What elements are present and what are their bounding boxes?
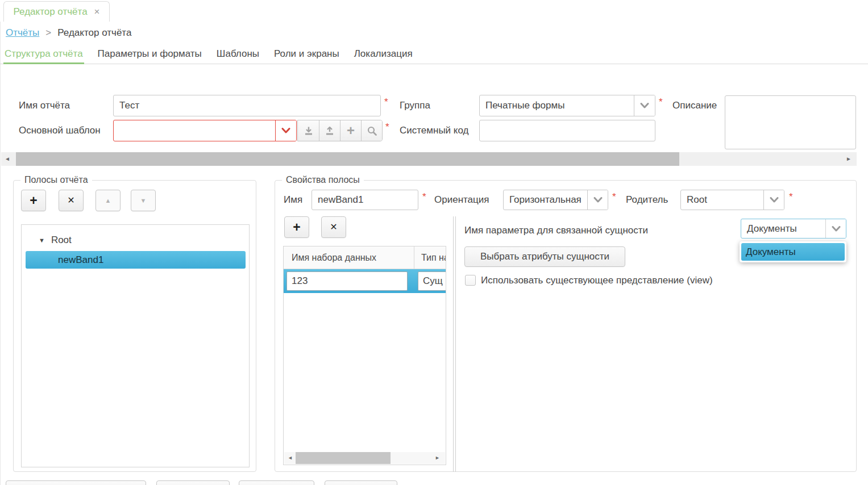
x-icon: ✕ [330, 223, 337, 232]
orientation-select[interactable]: Горизонтальная [503, 190, 608, 210]
tab-parameters-formats[interactable]: Параметры и форматы [98, 45, 202, 64]
column-header-dataset-name[interactable]: Имя набора данных [284, 246, 414, 269]
required-asterisk: * [385, 122, 389, 133]
split-panel-handle[interactable] [453, 216, 456, 472]
tab-localization[interactable]: Локализация [354, 45, 413, 64]
main-template-select-value [114, 120, 275, 141]
dataset-name-editor[interactable] [286, 271, 408, 291]
dataset-row-selected[interactable] [284, 269, 446, 293]
breadcrumb-current: Редактор отчёта [57, 27, 131, 39]
group-label: Группа [400, 100, 430, 111]
band-move-up-button[interactable]: ▲ [95, 190, 121, 211]
report-bands-panel: Полосы отчёта + ✕ ▲ ▼ ▼ Root newBand1 [13, 180, 256, 472]
description-textarea[interactable] [725, 95, 856, 149]
template-actions-group: + [297, 120, 383, 141]
use-existing-view-label[interactable]: Использовать существующее представление … [481, 275, 713, 286]
chevron-down-icon[interactable] [587, 190, 608, 210]
use-existing-view-checkbox[interactable] [465, 275, 476, 286]
window-tab-title: Редактор отчёта [13, 6, 87, 18]
description-label: Описание [672, 100, 717, 111]
template-create-button[interactable]: + [340, 120, 361, 141]
window-tab-report-editor[interactable]: Редактор отчёта × [3, 1, 110, 22]
linked-entity-param-label: Имя параметра для связанной сущности [464, 225, 648, 236]
bottom-action-button-1[interactable] [6, 480, 146, 485]
close-icon[interactable]: × [94, 7, 100, 16]
scrollbar-thumb[interactable] [16, 152, 679, 166]
plus-icon: + [347, 124, 355, 137]
parent-label: Родитель [626, 194, 668, 206]
required-asterisk: * [659, 97, 663, 108]
linked-entity-param-select[interactable]: Документы [741, 219, 846, 239]
chevron-down-icon[interactable] [275, 120, 296, 141]
bottom-action-button-3[interactable] [239, 480, 314, 485]
tab-templates[interactable]: Шаблоны [217, 45, 259, 64]
datasets-table-header: Имя набора данных Тип на [284, 246, 446, 269]
system-code-label: Системный код [400, 125, 468, 136]
column-header-dataset-type[interactable]: Тип на [414, 246, 446, 269]
band-name-label: Имя [284, 194, 302, 206]
tree-node-newband1[interactable]: newBand1 [26, 251, 246, 269]
required-asterisk: * [789, 191, 793, 203]
dataset-add-button[interactable]: + [284, 216, 309, 238]
scrollbar-thumb[interactable] [296, 452, 391, 464]
template-download-button[interactable] [298, 120, 319, 141]
tree-node-root[interactable]: ▼ Root [39, 235, 249, 246]
report-bands-legend: Полосы отчёта [20, 175, 92, 185]
main-template-label: Основной шаблон [19, 125, 101, 136]
band-properties-legend: Свойства полосы [282, 175, 364, 185]
system-code-field[interactable] [479, 120, 655, 141]
group-select-value: Печатные формы [480, 95, 634, 116]
chevron-down-icon[interactable] [634, 95, 655, 116]
scroll-left-icon[interactable]: ◄ [5, 156, 10, 162]
datasets-table-scrollbar[interactable]: ◄ ► [284, 452, 445, 464]
main-horizontal-scrollbar[interactable]: ◄ ► [1, 152, 857, 166]
search-icon [367, 126, 377, 136]
breadcrumb: Отчёты > Редактор отчёта [6, 27, 131, 39]
band-add-button[interactable]: + [21, 190, 46, 211]
scroll-right-icon[interactable]: ► [435, 455, 440, 461]
bands-tree: ▼ Root newBand1 [21, 224, 250, 467]
template-upload-button[interactable] [319, 120, 340, 141]
template-lookup-button[interactable] [361, 120, 382, 141]
tab-report-structure[interactable]: Структура отчёта [5, 45, 83, 64]
main-template-select[interactable] [113, 120, 297, 141]
parent-select-value: Root [681, 190, 763, 210]
band-remove-button[interactable]: ✕ [59, 190, 84, 211]
orientation-select-value: Горизонтальная [504, 190, 587, 210]
triangle-down-icon: ▼ [140, 198, 147, 204]
datasets-table: Имя набора данных Тип на ◄ ► [283, 246, 446, 465]
plus-icon: + [293, 221, 300, 234]
scroll-right-icon[interactable]: ► [846, 156, 852, 162]
bottom-action-button-4[interactable] [325, 480, 397, 485]
chevron-down-icon[interactable] [825, 219, 846, 238]
band-properties-panel: Свойства полосы Имя * Ориентация Горизон… [275, 180, 857, 472]
x-icon: ✕ [67, 196, 74, 205]
download-icon [304, 126, 314, 135]
report-name-field[interactable] [113, 95, 381, 116]
required-asterisk: * [612, 191, 616, 203]
select-entity-attributes-button[interactable]: Выбрать атрибуты сущности [464, 246, 625, 267]
band-move-down-button[interactable]: ▼ [131, 190, 156, 211]
caret-down-icon: ▼ [39, 237, 45, 244]
chevron-down-icon[interactable] [763, 190, 784, 210]
linked-entity-param-value: Документы [741, 219, 825, 238]
linked-entity-dropdown: Документы [740, 241, 846, 262]
scroll-left-icon[interactable]: ◄ [288, 455, 293, 461]
dropdown-option-documents[interactable]: Документы [741, 243, 845, 261]
bottom-action-button-2[interactable] [156, 480, 230, 485]
breadcrumb-separator: > [45, 27, 51, 39]
group-select[interactable]: Печатные формы [479, 95, 655, 116]
required-asterisk: * [384, 97, 388, 108]
dataset-remove-button[interactable]: ✕ [321, 216, 346, 238]
parent-select[interactable]: Root [680, 190, 784, 210]
tab-roles-screens[interactable]: Роли и экраны [274, 45, 339, 64]
tree-node-root-label: Root [51, 235, 72, 246]
tabsheet: Структура отчёта Параметры и форматы Шаб… [0, 45, 868, 64]
page-left-border [0, 22, 1, 485]
band-name-field[interactable] [312, 190, 418, 210]
dataset-type-editor[interactable] [418, 271, 446, 291]
plus-icon: + [30, 194, 37, 207]
breadcrumb-link-reports[interactable]: Отчёты [6, 27, 39, 39]
triangle-up-icon: ▲ [105, 198, 111, 204]
orientation-label: Ориентация [434, 194, 489, 206]
